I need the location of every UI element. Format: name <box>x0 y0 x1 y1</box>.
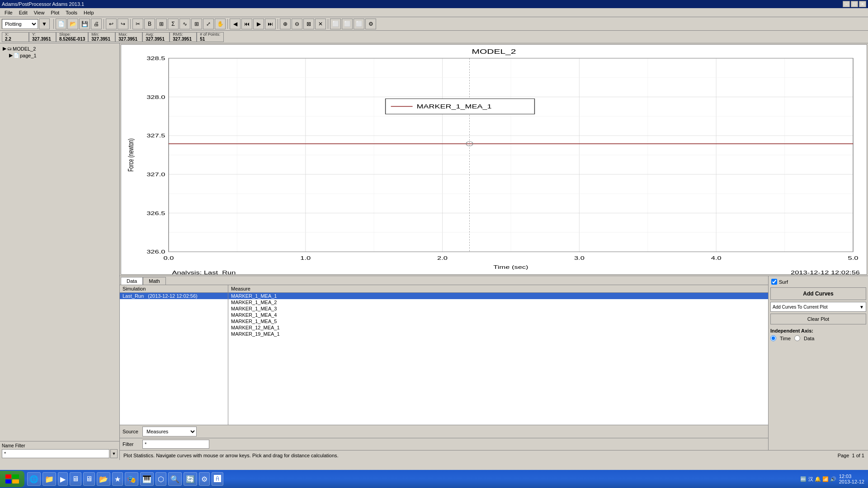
page-next[interactable]: ⬜ <box>342 19 353 29</box>
left-panel: ▶ 🗂 MODEL_2 ▶ 📄 page_1 Name Filter ▼ <box>0 43 120 460</box>
data-radio[interactable] <box>794 335 800 341</box>
redo-button[interactable]: ↪ <box>118 19 128 29</box>
minimize-button[interactable]: − <box>843 1 850 7</box>
tab-data[interactable]: Data <box>121 277 143 285</box>
surf-check-row: Surf <box>770 278 866 286</box>
fit-button[interactable]: ⊞ <box>156 19 167 29</box>
stat-y: Y: 327.3951 <box>29 32 56 42</box>
tree-page1-label: page_1 <box>20 53 37 58</box>
svg-text:2013-12-12 12:02:56: 2013-12-12 12:02:56 <box>791 270 860 274</box>
taskbar-app7[interactable]: 🔍 <box>168 472 182 486</box>
taskbar-app8[interactable]: 🔄 <box>184 472 197 486</box>
settings[interactable]: ⚙ <box>365 19 376 29</box>
filter-input[interactable] <box>142 440 209 449</box>
surf-checkbox[interactable] <box>771 279 777 285</box>
time-radio[interactable] <box>770 335 776 341</box>
add-curves-button[interactable]: Add Curves <box>770 287 866 300</box>
cut-button[interactable]: ✂ <box>132 19 143 29</box>
expand-button[interactable]: ⤢ <box>203 19 214 29</box>
measure-col: Measure MARKER_1_MEA_1 MARKER_1_MEA_2 MA… <box>228 285 768 425</box>
dropdown-arrow[interactable]: ▼ <box>39 19 50 29</box>
simulation-col: Simulation Last_Run (2013-12-12 12:02:56… <box>120 285 228 425</box>
grid-button[interactable]: ⊞ <box>191 19 202 29</box>
svg-text:328.5: 328.5 <box>146 56 165 61</box>
simulation-row[interactable]: Last_Run (2013-12-12 12:02:56) <box>120 293 228 299</box>
fast-forward[interactable]: ⏭ <box>265 19 276 29</box>
tree-page1[interactable]: ▶ 📄 page_1 <box>2 52 118 59</box>
taskbar-app6[interactable]: ⬡ <box>156 472 166 486</box>
measure-row-3[interactable]: MARKER_1_MEA_4 <box>228 312 768 318</box>
start-button[interactable] <box>0 471 24 487</box>
page-prev[interactable]: ⬜ <box>330 19 341 29</box>
measure-row-0[interactable]: MARKER_1_MEA_1 <box>228 293 768 299</box>
menu-edit[interactable]: Edit <box>16 9 30 16</box>
measure-row-5[interactable]: MARKER_12_MEA_1 <box>228 324 768 331</box>
measure-row-2[interactable]: MARKER_1_MEA_3 <box>228 305 768 312</box>
hand-button[interactable]: ✋ <box>215 19 226 29</box>
taskbar-app5[interactable]: 🎹 <box>140 472 154 486</box>
taskbar-app2[interactable]: 🖥 <box>83 472 95 486</box>
svg-rect-50 <box>12 479 19 483</box>
menu-tools[interactable]: Tools <box>63 9 80 16</box>
measure-row-4[interactable]: MARKER_1_MEA_5 <box>228 318 768 324</box>
curve-button[interactable]: ∿ <box>179 19 190 29</box>
data-radio-label: Data <box>804 336 814 341</box>
name-filter-dropdown[interactable]: ▼ <box>110 449 118 458</box>
add-curves-current-button[interactable]: Add Curves To Current Plot ▼ <box>770 302 866 312</box>
svg-text:326.5: 326.5 <box>146 210 165 216</box>
statusbar: Plot Statistics. Navigate curves with mo… <box>120 450 868 460</box>
tree-area: ▶ 🗂 MODEL_2 ▶ 📄 page_1 <box>0 43 119 441</box>
menu-help[interactable]: Help <box>81 9 97 16</box>
rewind[interactable]: ⏮ <box>241 19 252 29</box>
taskbar-app9[interactable]: ⚙ <box>199 472 210 486</box>
zoom-out[interactable]: ⊖ <box>292 19 302 29</box>
tray-time: 12:032013-12-12 <box>839 474 864 484</box>
cancel-zoom[interactable]: ✕ <box>315 19 326 29</box>
bold-button[interactable]: B <box>144 19 155 29</box>
sum-button[interactable]: Σ <box>168 19 179 29</box>
filter-row: Filter <box>120 438 768 450</box>
add-plot[interactable]: ⬜ <box>354 19 364 29</box>
sep6 <box>328 19 328 29</box>
tree-page-expand-icon: ▶ <box>9 52 13 58</box>
taskbar-files[interactable]: 📁 <box>42 472 56 486</box>
svg-rect-47 <box>5 474 11 479</box>
right-content: MODEL_2 <box>120 43 868 460</box>
fit-all[interactable]: ⊠ <box>303 19 314 29</box>
menu-plot[interactable]: Plot <box>48 9 62 16</box>
undo-button[interactable]: ↩ <box>106 19 117 29</box>
svg-rect-48 <box>12 474 19 479</box>
taskbar-app10[interactable]: 🅰 <box>212 472 223 486</box>
nav-left[interactable]: ◀ <box>230 19 241 29</box>
time-radio-label: Time <box>780 336 791 341</box>
sep4 <box>227 19 228 29</box>
measure-row-6[interactable]: MARKER_19_MEA_1 <box>228 331 768 337</box>
menu-file[interactable]: File <box>2 9 15 16</box>
svg-text:328.0: 328.0 <box>146 94 165 100</box>
titlebar: Adams/PostProcessor Adams 2013.1 − □ ✕ <box>0 0 868 8</box>
svg-text:327.5: 327.5 <box>146 133 165 139</box>
save-button[interactable]: 💾 <box>79 19 90 29</box>
open-button[interactable]: 📂 <box>67 19 78 29</box>
menu-view[interactable]: View <box>31 9 47 16</box>
tab-math[interactable]: Math <box>143 277 165 285</box>
clear-plot-button[interactable]: Clear Plot <box>770 314 866 324</box>
print-button[interactable]: 🖨 <box>91 19 102 29</box>
maximize-button[interactable]: □ <box>851 1 858 7</box>
plot-area[interactable]: MODEL_2 <box>121 44 867 275</box>
name-filter-input[interactable] <box>2 449 109 458</box>
taskbar-media[interactable]: ▶ <box>58 472 68 486</box>
taskbar-computer[interactable]: 🖥 <box>70 472 81 486</box>
new-button[interactable]: 📄 <box>56 19 66 29</box>
measure-row-1[interactable]: MARKER_1_MEA_2 <box>228 299 768 305</box>
close-button[interactable]: ✕ <box>859 1 866 7</box>
play[interactable]: ▶ <box>253 19 264 29</box>
taskbar-app3[interactable]: 📂 <box>97 472 110 486</box>
taskbar-ie[interactable]: 🌐 <box>27 472 41 486</box>
mode-dropdown[interactable]: Plotting <box>2 19 38 29</box>
zoom-in[interactable]: ⊕ <box>280 19 291 29</box>
source-select[interactable]: Measures Results Requests <box>142 427 197 436</box>
taskbar-app4[interactable]: 🎭 <box>125 472 138 486</box>
taskbar-star[interactable]: ★ <box>112 472 123 486</box>
tree-model2[interactable]: ▶ 🗂 MODEL_2 <box>2 45 118 52</box>
